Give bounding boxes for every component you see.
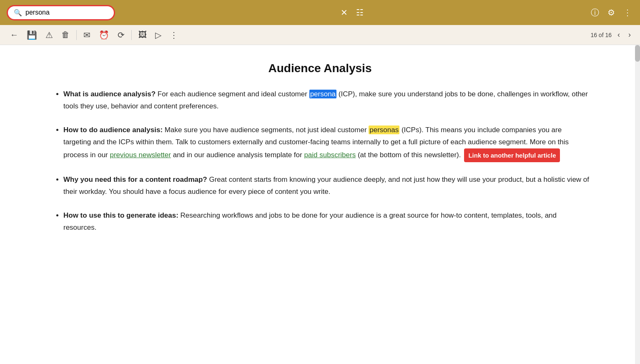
search-close-button[interactable]: ✕ <box>341 8 348 18</box>
pagination: 16 of 16 ‹ › <box>590 29 633 41</box>
prev-page-button[interactable]: ‹ <box>615 29 622 41</box>
bullet2-strong: How to do audience analysis: <box>63 126 163 134</box>
bullet4-paragraph: How to use this to generate ideas: Resea… <box>63 210 590 234</box>
scrollbar-thumb[interactable] <box>635 45 640 62</box>
main-content: Audience Analysis What is audience analy… <box>0 45 640 364</box>
refresh-button[interactable]: ⟳ <box>114 28 128 43</box>
bullet1-text: For each audience segment and ideal cust… <box>156 90 309 98</box>
bullet1-strong: What is audience analysis? <box>63 90 156 98</box>
content-list: What is audience analysis? For each audi… <box>50 88 590 234</box>
filter-icon[interactable]: ☷ <box>356 8 364 18</box>
list-item: How to do audience analysis: Make sure y… <box>63 124 590 162</box>
bullet2-highlight: personas <box>369 126 399 134</box>
pagination-text: 16 of 16 <box>590 32 612 38</box>
bullet2-text: Make sure you have audience segments, no… <box>163 126 369 134</box>
mail-button[interactable]: ✉ <box>80 28 94 43</box>
paid-subscribers-link[interactable]: paid subscribers <box>304 151 356 159</box>
settings-icon[interactable]: ⚙ <box>606 6 617 19</box>
tag-button[interactable]: ▷ <box>152 28 165 43</box>
helpful-article-badge[interactable]: Link to another helpful article <box>464 148 560 163</box>
info-button[interactable]: ⚠ <box>42 28 56 43</box>
search-input[interactable] <box>25 9 100 16</box>
bullet1-paragraph: What is audience analysis? For each audi… <box>63 88 590 113</box>
toolbar-divider2 <box>131 30 132 40</box>
toolbar-divider <box>76 30 77 40</box>
search-box[interactable]: 🔍 <box>7 5 115 20</box>
help-icon[interactable]: ⓘ <box>589 5 601 20</box>
toolbar: ← 💾 ⚠ 🗑 ✉ ⏰ ⟳ 🖼 ▷ ⋮ 16 of 16 ‹ › <box>0 25 640 45</box>
bullet2-paragraph: How to do audience analysis: Make sure y… <box>63 124 590 162</box>
back-button[interactable]: ← <box>7 28 22 42</box>
next-page-button[interactable]: › <box>626 29 633 41</box>
bullet3-strong: Why you need this for a content roadmap? <box>63 176 207 183</box>
more-button[interactable]: ⋮ <box>166 28 181 43</box>
clock-button[interactable]: ⏰ <box>95 28 113 43</box>
list-item: Why you need this for a content roadmap?… <box>63 174 590 198</box>
bullet4-strong: How to use this to generate ideas: <box>63 211 178 219</box>
list-item: How to use this to generate ideas: Resea… <box>63 210 590 234</box>
bullet2-text4: (at the bottom of this newsletter). <box>356 151 461 159</box>
bullet3-paragraph: Why you need this for a content roadmap?… <box>63 174 590 198</box>
scrollbar[interactable] <box>635 45 640 364</box>
apps-icon[interactable]: ⋮ <box>622 6 633 19</box>
bullet1-highlight: persona <box>309 90 336 98</box>
top-bar: 🔍 ✕ ☷ ⓘ ⚙ ⋮ <box>0 0 640 25</box>
article-title: Audience Analysis <box>50 62 590 75</box>
delete-button[interactable]: 🗑 <box>58 28 73 42</box>
image-button[interactable]: 🖼 <box>135 28 150 42</box>
previous-newsletter-link[interactable]: previous newsletter <box>110 151 171 159</box>
save-button[interactable]: 💾 <box>23 28 40 43</box>
search-icon: 🔍 <box>14 9 22 17</box>
list-item: What is audience analysis? For each audi… <box>63 88 590 113</box>
bullet2-text3: and in our audience analysis template fo… <box>171 151 304 159</box>
